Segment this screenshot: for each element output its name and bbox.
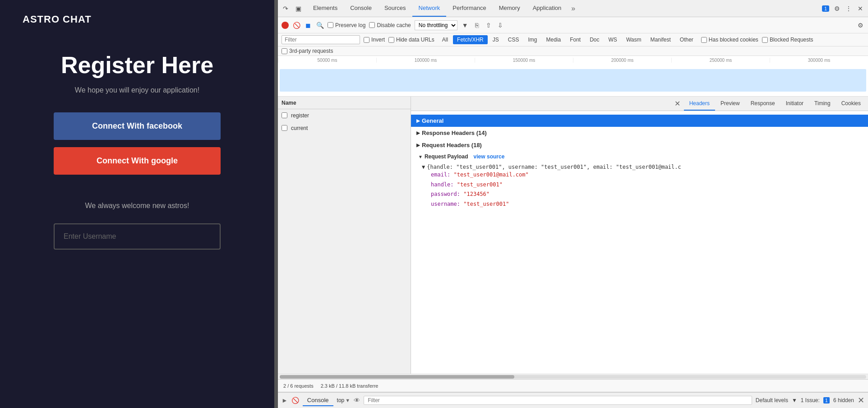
filter-media[interactable]: Media — [542, 35, 565, 44]
request-headers-arrow-icon: ▶ — [416, 143, 420, 148]
requests-header: Name — [278, 97, 411, 109]
detail-tab-preview[interactable]: Preview — [715, 97, 745, 111]
request-register[interactable]: register — [278, 109, 411, 122]
more-options-icon[interactable]: ⋮ — [845, 5, 853, 13]
disable-cache-checkbox[interactable]: Disable cache — [369, 22, 411, 28]
username-input[interactable] — [54, 223, 221, 250]
section-general[interactable]: ▶ General — [411, 115, 868, 127]
notification-badge: 1 — [822, 5, 829, 12]
page-title: Register Here — [61, 52, 213, 78]
filter-all[interactable]: All — [438, 35, 452, 44]
welcome-text: We always welcome new astros! — [85, 202, 189, 210]
console-label: Console — [307, 397, 329, 403]
tab-application[interactable]: Application — [526, 0, 568, 17]
request-current[interactable]: current — [278, 122, 411, 134]
filter-img[interactable]: Img — [524, 35, 541, 44]
section-request-headers[interactable]: ▶ Request Headers (18) — [411, 139, 868, 151]
third-party-row: 3rd-party requests — [278, 46, 868, 56]
issue-label: 1 Issue: — [801, 397, 820, 403]
upload-icon[interactable]: ⇧ — [485, 21, 493, 29]
request-current-checkbox[interactable] — [282, 125, 287, 131]
more-tabs-button[interactable]: » — [568, 5, 579, 13]
default-levels-dropdown-icon[interactable]: ▼ — [792, 397, 797, 403]
facebook-connect-button[interactable]: Connect With facebook — [54, 112, 221, 140]
wifi-icon[interactable]: ⎘ — [473, 21, 481, 29]
settings-icon[interactable]: ⚙ — [833, 5, 841, 13]
search-icon[interactable]: 🔍 — [316, 21, 324, 29]
status-bar: 2 / 6 requests 2.3 kB / 11.8 kB transfer… — [278, 379, 868, 392]
tab-network[interactable]: Network — [412, 0, 447, 17]
view-source-link[interactable]: view source — [474, 153, 505, 160]
console-tab-button[interactable]: Console — [303, 395, 333, 406]
stop-button[interactable]: 🚫 — [292, 21, 300, 29]
detail-tab-cookies[interactable]: Cookies — [836, 97, 866, 111]
tick-50k: 50000 ms — [278, 58, 376, 63]
console-eye-icon[interactable]: 👁 — [354, 397, 360, 404]
download-icon[interactable]: ⇩ — [496, 21, 504, 29]
detail-close-button[interactable]: ✕ — [671, 99, 684, 108]
panel-divider[interactable] — [274, 0, 278, 408]
blocked-requests-checkbox[interactable]: Blocked Requests — [762, 37, 813, 43]
detail-tab-response[interactable]: Response — [745, 97, 780, 111]
filter-manifest[interactable]: Manifest — [646, 35, 674, 44]
status-requests: 2 / 6 requests — [283, 383, 314, 389]
invert-checkbox[interactable]: Invert — [364, 37, 385, 43]
tab-console[interactable]: Console — [344, 0, 378, 17]
payload-email-val: "test_user001@mail.com" — [454, 172, 529, 178]
inspect-icon[interactable]: ▣ — [294, 5, 302, 13]
console-close-button[interactable]: ✕ — [858, 395, 864, 405]
section-request-payload[interactable]: ▼ Request Payload view source — [411, 151, 868, 162]
console-expand-icon[interactable]: ► — [282, 397, 288, 404]
settings-network-icon[interactable]: ⚙ — [856, 21, 864, 29]
horizontal-scrollbar[interactable] — [278, 374, 868, 379]
tick-250k: 250000 ms — [671, 58, 770, 63]
network-toolbar: 🚫 ◼ 🔍 Preserve log Disable cache No thro… — [278, 17, 868, 33]
section-response-headers[interactable]: ▶ Response Headers (14) — [411, 127, 868, 139]
console-context-dropdown[interactable]: ▼ — [345, 398, 350, 403]
payload-content: ▼ {handle: "test_user001", username: "te… — [411, 162, 868, 211]
detail-tab-initiator[interactable]: Initiator — [780, 97, 809, 111]
devtools-panel: ↷ ▣ Elements Console Sources Network Per… — [278, 0, 868, 408]
tick-100k: 100000 ms — [376, 58, 475, 63]
has-blocked-cookies-checkbox[interactable]: Has blocked cookies — [701, 37, 758, 43]
google-connect-button[interactable]: Connect With google — [54, 147, 221, 175]
timeline-bar — [280, 69, 866, 92]
detail-tab-headers[interactable]: Headers — [684, 97, 715, 111]
filter-js[interactable]: JS — [489, 35, 503, 44]
cursor-icon[interactable]: ↷ — [282, 5, 290, 13]
throttle-select[interactable]: No throttling — [415, 20, 457, 30]
filter-wasm[interactable]: Wasm — [622, 35, 646, 44]
throttle-dropdown-icon[interactable]: ▼ — [461, 21, 469, 29]
filter-icon[interactable]: ◼ — [304, 21, 312, 29]
filter-fetch-xhr[interactable]: Fetch/XHR — [453, 35, 488, 44]
payload-password-val: "123456" — [463, 191, 489, 197]
close-devtools-icon[interactable]: ✕ — [856, 5, 864, 13]
payload-expand-icon[interactable]: ▼ — [422, 164, 425, 170]
third-party-checkbox[interactable]: 3rd-party requests — [282, 48, 333, 54]
filter-input[interactable] — [285, 37, 357, 43]
hide-data-urls-checkbox[interactable]: Hide data URLs — [388, 37, 434, 43]
filter-font[interactable]: Font — [566, 35, 585, 44]
console-stop-icon[interactable]: 🚫 — [291, 397, 299, 404]
filter-ws[interactable]: WS — [605, 35, 621, 44]
hscroll-thumb[interactable] — [280, 375, 514, 379]
filter-css[interactable]: CSS — [504, 35, 523, 44]
preserve-log-checkbox[interactable]: Preserve log — [328, 22, 365, 28]
app-logo: ASTRO CHAT — [23, 14, 92, 25]
request-register-checkbox[interactable] — [282, 112, 287, 118]
console-context[interactable]: top ▼ — [337, 397, 351, 403]
app-panel: ASTRO CHAT Register Here We hope you wil… — [0, 0, 274, 408]
general-arrow-icon: ▶ — [416, 118, 420, 123]
hscroll-track — [280, 375, 866, 379]
tab-elements[interactable]: Elements — [307, 0, 344, 17]
detail-tab-timing[interactable]: Timing — [809, 97, 836, 111]
tab-memory[interactable]: Memory — [493, 0, 526, 17]
console-filter-input[interactable] — [364, 396, 752, 405]
tab-performance[interactable]: Performance — [446, 0, 492, 17]
filter-other[interactable]: Other — [676, 35, 697, 44]
filter-doc[interactable]: Doc — [586, 35, 603, 44]
payload-email-key: email: — [431, 172, 450, 178]
tab-sources[interactable]: Sources — [378, 0, 412, 17]
record-button[interactable] — [282, 22, 289, 29]
payload-password-key: password: — [431, 191, 460, 197]
